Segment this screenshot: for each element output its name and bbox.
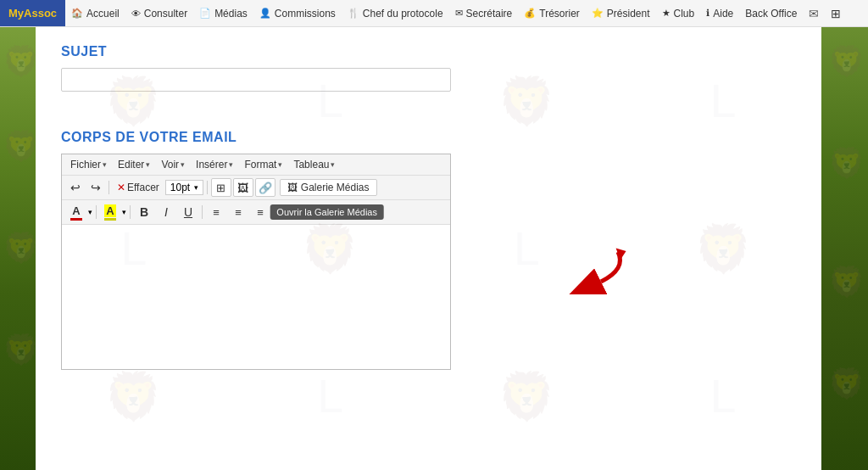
lion-watermark-right-2: 🦁 [828, 146, 865, 181]
undo-button[interactable]: ↩ [66, 179, 85, 196]
left-sidebar: 🦁 🦁 🦁 🦁 [0, 27, 36, 470]
align-left-button[interactable]: ≡ [206, 203, 226, 221]
nav-medias[interactable]: 📄 Médias [193, 0, 253, 26]
nav-club[interactable]: ★ Club [656, 0, 701, 26]
image-insert-button[interactable]: 🖼 [233, 178, 253, 197]
nav-email[interactable]: ✉ [803, 0, 825, 26]
link-icon: 🔗 [259, 182, 272, 194]
subject-input[interactable] [61, 68, 451, 92]
nav-chef-protocole[interactable]: 🍴 Chef du protocole [342, 0, 449, 26]
lion-watermark-left-1: 🦁 [3, 44, 36, 79]
body-section: CORPS DE VOTRE EMAIL Fichier ▾ Editer ▾ … [61, 130, 796, 370]
x-icon: ✕ [117, 182, 125, 193]
menu-format-label: Format [244, 159, 276, 171]
align-right-button[interactable]: ≡ [250, 203, 270, 221]
info-icon: ℹ [706, 8, 709, 19]
page-wrapper: 🦁 🦁 🦁 🦁 🦁 L 🦁 L L 🦁 L 🦁 🦁 L 🦁 L SUJET [0, 27, 868, 470]
galerie-btn-container: 🖼 Galerie Médias Ouvrir la Galerie Média… [277, 179, 377, 196]
align-center-button[interactable]: ≡ [228, 203, 248, 221]
nav-secretaire-label: Secrétaire [466, 8, 513, 20]
clear-button[interactable]: ✕ Effacer [113, 180, 164, 195]
nav-consulter-label: Consulter [144, 8, 187, 20]
bold-icon: B [140, 205, 148, 219]
nav-tresorier[interactable]: 💰 Trésorier [518, 0, 586, 26]
underline-button[interactable]: U [178, 203, 198, 221]
voir-chevron: ▾ [181, 160, 185, 169]
menu-fichier[interactable]: Fichier ▾ [66, 157, 111, 172]
editer-chevron: ▾ [146, 160, 150, 169]
menu-format[interactable]: Format ▾ [240, 157, 287, 172]
toolbar-sep-2 [207, 181, 208, 194]
redo-button[interactable]: ↪ [86, 179, 105, 196]
brand-logo[interactable]: MyAssoc [0, 0, 65, 26]
nav-president-label: Président [607, 8, 650, 20]
galerie-tooltip: Ouvrir la Galerie Médias [270, 204, 384, 220]
doc-icon: 📄 [199, 8, 211, 19]
lion-watermark-left-3: 🦁 [3, 231, 36, 266]
bg-color-chevron[interactable]: ▾ [122, 208, 126, 216]
nav-grid[interactable]: ⊞ [825, 0, 847, 26]
home-icon: 🏠 [71, 8, 83, 19]
menu-inserer[interactable]: Insérer ▾ [192, 157, 237, 172]
nav-accueil[interactable]: 🏠 Accueil [65, 0, 125, 26]
main-content: 🦁 L 🦁 L L 🦁 L 🦁 🦁 L 🦁 L SUJET CORPS DE V… [36, 27, 821, 470]
menu-editer-label: Editer [118, 159, 144, 171]
nav-aide-label: Aide [713, 8, 733, 20]
menu-voir[interactable]: Voir ▾ [157, 157, 189, 172]
right-sidebar: 🦁 🦁 🦁 🦁 [821, 27, 868, 470]
lion-watermark-right-1: 🦁 [828, 44, 865, 79]
underline-icon: U [184, 205, 192, 219]
bg-color-a-label: A [104, 204, 115, 217]
nav-president[interactable]: ⭐ Président [586, 0, 656, 26]
mail-icon: ✉ [455, 8, 463, 19]
link-insert-button[interactable]: 🔗 [255, 178, 275, 197]
club-star-icon: ★ [662, 8, 670, 19]
nav-club-label: Club [674, 8, 695, 20]
nav-aide[interactable]: ℹ Aide [700, 0, 739, 26]
fmt-sep-2 [130, 205, 131, 219]
font-color-a-label: A [72, 204, 80, 217]
bg-color-bar [104, 218, 116, 221]
font-color-button[interactable]: A [66, 203, 86, 221]
editor-body[interactable] [62, 225, 450, 369]
nav-commissions[interactable]: 👤 Commissions [253, 0, 342, 26]
toolbar-sep-1 [108, 181, 109, 194]
editor-menubar: Fichier ▾ Editer ▾ Voir ▾ Insérer ▾ [62, 154, 450, 176]
menu-voir-label: Voir [161, 159, 179, 171]
undo-icon: ↩ [70, 181, 81, 194]
table-insert-button[interactable]: ⊞ [211, 178, 231, 197]
fork-icon: 🍴 [348, 8, 359, 19]
tableau-chevron: ▾ [331, 160, 335, 169]
nav-commissions-label: Commissions [275, 8, 336, 20]
eye-icon: 👁 [131, 8, 141, 19]
bold-button[interactable]: B [134, 203, 154, 221]
gallery-icon: 🖼 [287, 182, 298, 193]
font-color-chevron[interactable]: ▾ [88, 208, 92, 216]
nav-backoffice[interactable]: Back Office [739, 0, 803, 26]
align-right-icon: ≡ [257, 206, 264, 219]
nav-chef-label: Chef du protocole [363, 8, 443, 20]
nav-secretaire[interactable]: ✉ Secrétaire [449, 0, 519, 26]
lion-watermark-left-4: 🦁 [3, 333, 36, 367]
person-icon: 👤 [259, 8, 271, 19]
menu-tableau[interactable]: Tableau ▾ [289, 157, 339, 172]
envelope-icon: ✉ [809, 7, 819, 20]
align-center-icon: ≡ [235, 206, 242, 219]
bg-color-button[interactable]: A [100, 203, 120, 221]
italic-button[interactable]: I [156, 203, 176, 221]
nav-tresorier-label: Trésorier [539, 8, 580, 20]
fontsize-value: 10pt [170, 182, 190, 193]
nav-consulter[interactable]: 👁 Consulter [125, 0, 193, 26]
image-icon: 🖼 [237, 182, 248, 194]
lion-watermark-right-3: 🦁 [828, 265, 865, 299]
subject-section: SUJET [61, 44, 796, 113]
fontsize-select[interactable]: 10pt ▾ [165, 180, 203, 195]
menu-editer[interactable]: Editer ▾ [114, 157, 154, 172]
grid-icon: ⊞ [831, 7, 841, 20]
galerie-label: Galerie Médias [301, 182, 370, 193]
galerie-medias-button[interactable]: 🖼 Galerie Médias [280, 179, 377, 196]
menu-inserer-label: Insérer [196, 159, 227, 171]
nav-accueil-label: Accueil [86, 8, 120, 20]
editor-toolbar: ↩ ↪ ✕ Effacer 10pt ▾ [62, 176, 450, 200]
navbar: MyAssoc 🏠 Accueil 👁 Consulter 📄 Médias 👤… [0, 0, 868, 27]
